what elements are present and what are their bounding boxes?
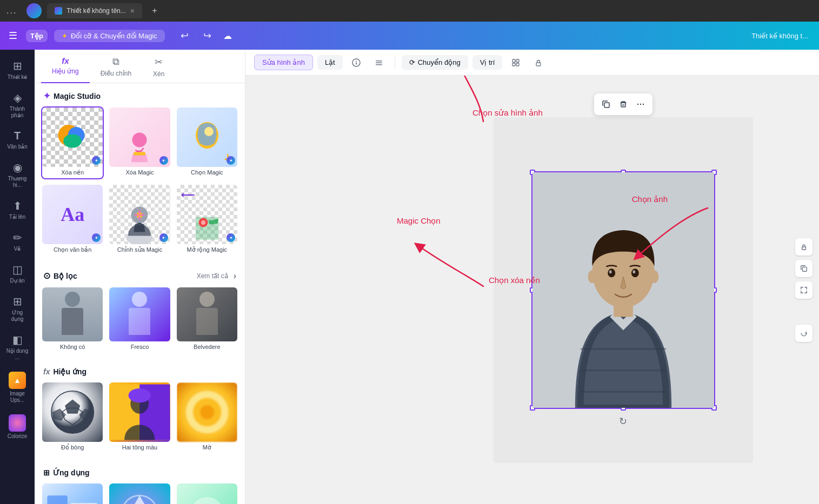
svg-rect-32 — [356, 62, 357, 64]
logo-button[interactable]: Tệp — [26, 30, 48, 42]
more-dots[interactable]: ... — [6, 6, 17, 16]
grid-item-xoa-magic[interactable]: ✦ Xóa Magic — [108, 106, 171, 179]
design-card[interactable]: ↻ — [494, 117, 753, 463]
tai-len-icon: ⬆ — [13, 199, 22, 212]
app-item-1[interactable] — [41, 482, 104, 504]
canvas-right-tools — [795, 238, 813, 342]
filter-fresco[interactable]: Fresco — [108, 286, 171, 353]
sidebar-label-du-an: Dự án — [10, 278, 24, 284]
annotation-arrow-sua — [451, 76, 494, 124]
effect-hai-tong-mau[interactable]: Hai tông màu — [108, 381, 171, 454]
sidebar-item-thanh-phan[interactable]: ◈ Thành phần — [2, 87, 32, 123]
more-photo-button[interactable] — [633, 97, 648, 112]
svg-point-24 — [200, 405, 214, 419]
annotation-arrow-chon-anh — [621, 205, 729, 270]
sidebar-item-colorize[interactable]: Colorize — [2, 410, 32, 444]
title-text: Đổi cỡ & Chuyển đổi Magic — [71, 32, 157, 40]
info-button[interactable] — [347, 53, 365, 72]
document-title[interactable]: ✦ Đổi cỡ & Chuyển đổi Magic — [54, 30, 165, 42]
browser-dots: ... — [6, 6, 17, 16]
grid-item-chon-magic[interactable]: 👆 ✦ Chọn Magic — [176, 106, 238, 179]
lock-icon — [534, 58, 543, 67]
svg-point-60 — [650, 270, 658, 283]
sidebar-label-thanh-phan: Thành phần — [5, 106, 29, 119]
expand-canvas-icon[interactable] — [795, 281, 813, 299]
hamburger-icon — [375, 58, 383, 67]
grid-button[interactable] — [507, 53, 525, 72]
app-item-2[interactable] — [108, 482, 171, 504]
home-icon[interactable] — [26, 3, 42, 18]
grid-item-mo-rong-magic[interactable]: ⟵ ✦ Mở rộng Magic — [176, 184, 238, 257]
chuyen-dong-button[interactable]: ⟳ Chuyển động — [402, 55, 468, 70]
tab-xen[interactable]: ✂ Xén — [142, 50, 175, 83]
filter-belvedere-thumb — [177, 287, 237, 341]
ung-dung-section-heading: ⊞ Ứng dụng — [35, 461, 245, 482]
sidebar-label-thiet-ke: Thiết kế — [8, 74, 27, 80]
browser-tab[interactable]: Thiết kế không tên... × — [47, 3, 142, 18]
sua-hinh-anh-button[interactable]: Sửa hình ảnh — [254, 55, 313, 70]
thiet-ke-icon: ⊞ — [13, 59, 22, 72]
delete-photo-button[interactable] — [616, 97, 631, 112]
sidebar-item-noi-dung[interactable]: ◧ Nội dung ... — [2, 329, 32, 365]
bo-loc-see-all[interactable]: Xem tất cả — [197, 272, 228, 280]
lock-button[interactable] — [529, 53, 548, 72]
mo-thumb — [177, 382, 237, 442]
sidebar-item-thuong-hieu[interactable]: ◉ Thương hi... — [2, 157, 32, 193]
lock-canvas-svg — [800, 243, 808, 251]
more-menu-button[interactable] — [370, 53, 388, 72]
effect-mo[interactable]: Mờ — [176, 381, 238, 454]
delete-icon — [619, 100, 628, 109]
mo-rong-magic-label: Mở rộng Magic — [177, 244, 237, 256]
lock-canvas-icon[interactable] — [795, 238, 813, 256]
undo-button[interactable]: ↩ — [176, 26, 194, 45]
canvas-area[interactable]: ↻ Chọn sửa hình ảnh — [245, 76, 819, 504]
svg-point-49 — [642, 103, 643, 104]
magic-star-icon: ✦ — [62, 32, 68, 40]
sidebar-item-ung-dung[interactable]: ⊞ Ứng dụng — [2, 291, 32, 327]
new-tab-button[interactable]: + — [148, 4, 162, 18]
filter-belvedere[interactable]: Belvedere — [176, 286, 238, 353]
bo-loc-next-icon[interactable]: › — [234, 271, 236, 281]
app-item-3[interactable] — [176, 482, 238, 504]
rotate-handle[interactable]: ↻ — [619, 415, 627, 427]
tab-dieu-chinh[interactable]: ⧉ Điều chỉnh — [90, 50, 142, 83]
redo-button[interactable]: ↪ — [198, 26, 217, 45]
svg-point-59 — [588, 270, 596, 283]
sidebar-item-du-an[interactable]: ◫ Dự án — [2, 259, 32, 288]
grid-item-chinh-sua-magic[interactable]: ✦ Chỉnh sửa Magic — [108, 184, 171, 257]
svg-rect-5 — [134, 152, 146, 156]
do-bong-label: Đổ bóng — [42, 442, 103, 453]
grid-item-chon-van-ban[interactable]: Aa ✦ Chọn văn bản — [41, 184, 104, 257]
filter-fresco-label: Fresco — [109, 341, 170, 352]
sidebar-item-van-ban[interactable]: T Văn bản — [2, 125, 32, 154]
do-bong-thumb — [42, 382, 103, 442]
grid-icon — [511, 58, 520, 67]
tab-hieu-ung[interactable]: fx Hiệu ứng — [41, 50, 90, 83]
sidebar-item-image-ups[interactable]: ▲ Image Ups... — [2, 367, 32, 408]
copy-photo-button[interactable] — [598, 97, 614, 112]
vi-tri-button[interactable]: Vị trí — [472, 55, 503, 70]
filter-belvedere-label: Belvedere — [177, 341, 237, 352]
refresh-canvas-icon[interactable] — [795, 325, 813, 342]
app-thumb-2 — [109, 483, 170, 504]
xoa-magic-label: Xóa Magic — [109, 167, 170, 178]
sidebar-item-ve[interactable]: ✏ Vẽ — [2, 227, 32, 257]
cloud-save-icon[interactable]: ☁ — [223, 31, 232, 41]
sidebar-item-tai-len[interactable]: ⬆ Tải lên — [2, 195, 32, 225]
magic-studio-heading: ✦ Magic Studio — [35, 83, 245, 106]
thanh-phan-icon: ◈ — [14, 91, 22, 104]
effect-do-bong[interactable]: Đổ bóng — [41, 381, 104, 454]
copy-canvas-icon[interactable] — [795, 260, 813, 277]
chuyen-dong-icon: ⟳ — [409, 58, 415, 66]
menu-icon[interactable]: ☰ — [9, 30, 17, 42]
icon-sidebar: ⊞ Thiết kế ◈ Thành phần T Văn bản ◉ Thươ… — [0, 50, 35, 504]
filter-khong-co[interactable]: Không có — [41, 286, 104, 353]
bo-loc-heading: ⊙ Bộ lọc Xem tất cả › — [35, 263, 245, 286]
grid-item-xoa-nen[interactable]: ✦ Xóa nền — [41, 106, 104, 179]
lat-button[interactable]: Lật — [317, 55, 343, 70]
hieu-ung-section-heading: fx Hiệu ứng — [35, 360, 245, 381]
sidebar-item-thiet-ke[interactable]: ⊞ Thiết kế — [2, 55, 32, 85]
magic-studio-grid: ✦ Xóa nền ✦ Xóa Magic — [35, 106, 245, 263]
tab-close-button[interactable]: × — [130, 6, 135, 15]
svg-point-58 — [632, 270, 635, 273]
